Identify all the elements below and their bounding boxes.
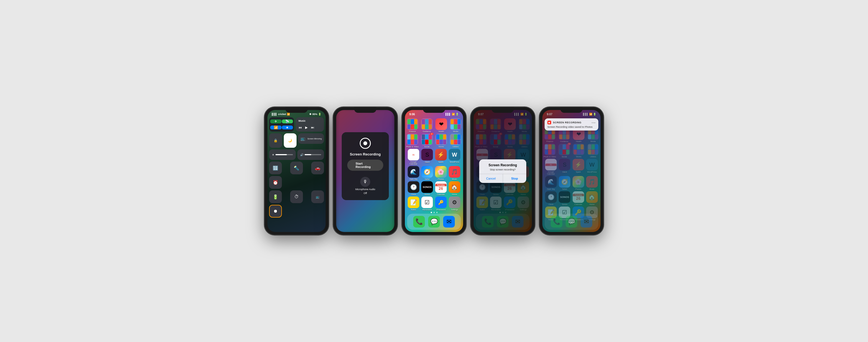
- wifi-btn[interactable]: 📶: [270, 126, 282, 129]
- battery-widget-btn[interactable]: 🔋: [269, 190, 282, 203]
- dialog-message-4: Stop screen recording?: [484, 168, 522, 171]
- settings-label: Settings: [451, 209, 458, 211]
- app-sonos: SONOS Sonos: [421, 181, 433, 195]
- music-player-widget: Music ⏮ ▶ ⏭: [296, 117, 324, 132]
- saf-5: 🧭Safari: [558, 176, 571, 190]
- signal-icon-1: ▌▌▌: [272, 113, 277, 116]
- calculator-btn[interactable]: 🔢: [269, 162, 282, 174]
- folder-photovideo[interactable]: [407, 133, 418, 145]
- safari-label: Safari: [425, 178, 430, 180]
- brightness-slider[interactable]: ☀: [269, 149, 296, 160]
- dialog-cancel-btn[interactable]: Cancel: [479, 174, 503, 183]
- guid-l-5: Guidance: [560, 141, 568, 143]
- folder-social-label: Social: [424, 146, 429, 148]
- screen-recording-notification[interactable]: ⏺ Screen Recording now Screen Recording …: [545, 118, 598, 130]
- carplay-btn[interactable]: 🚗: [311, 162, 324, 174]
- screen-lock-btn[interactable]: 🔒: [269, 133, 282, 148]
- status-left-1: ▌▌▌ cricket 📶: [272, 113, 290, 116]
- dialog-stop-btn[interactable]: Stop: [503, 174, 527, 183]
- phone-5-frame: 9:07 ▌▌▌ 📶 🔋: [539, 107, 603, 235]
- safari-icon[interactable]: 🧭: [421, 166, 433, 178]
- folder-guidance[interactable]: [421, 118, 433, 130]
- home-icon[interactable]: 🏠: [449, 181, 460, 193]
- folder-utilities[interactable]: [450, 133, 461, 145]
- reminders-icon[interactable]: ☑: [421, 196, 433, 208]
- spark-icon[interactable]: ⚡: [435, 149, 447, 160]
- sr-start-button[interactable]: Start Recording: [347, 160, 383, 171]
- brightness-icon: ☀: [272, 153, 274, 156]
- next-btn[interactable]: ⏭: [311, 126, 314, 129]
- stop-recording-dialog: Screen Recording Stop screen recording? …: [479, 159, 526, 183]
- screen-record-btn[interactable]: ⏺: [269, 205, 282, 218]
- clock-icon[interactable]: 🕐: [408, 181, 419, 193]
- music-title: Music: [299, 120, 321, 122]
- screen-mirror-label: Screen Mirroring: [307, 138, 322, 140]
- timer-btn[interactable]: ⏱: [290, 190, 303, 203]
- sp-5: ⚡Spark: [572, 159, 585, 175]
- phone-2: Screen Recording Start Recording 🎙 Micro…: [333, 107, 397, 235]
- airplane-mode-btn[interactable]: ✈: [270, 120, 282, 123]
- calendar-label: Calendar: [437, 193, 444, 195]
- status-right-1: ✱ 95% 🔋: [309, 113, 321, 116]
- page-dots-3: [406, 212, 462, 213]
- 1pw-icon[interactable]: 🔑: [435, 196, 447, 208]
- flashlight-btn[interactable]: 🔦: [290, 162, 303, 174]
- app-gcalendar: 31 Google Calendar: [407, 149, 420, 165]
- phone-3: 9:06 ▌▌▌ 📶 🔋: [402, 107, 466, 235]
- health-label: Health: [438, 130, 444, 132]
- calen-l-5: Calendar: [574, 204, 582, 205]
- settings-icon[interactable]: ⚙: [449, 196, 460, 208]
- sonos-icon[interactable]: SONOS: [421, 181, 433, 193]
- do-not-disturb-btn[interactable]: 🌙: [284, 133, 297, 148]
- app-reminders: ☑ Reminders: [421, 196, 433, 211]
- app-music: 🎵 Music: [448, 166, 461, 180]
- dialog-content-4: Screen Recording Stop screen recording?: [479, 159, 526, 174]
- folder-stores[interactable]: [435, 133, 447, 145]
- dot-2: [433, 212, 435, 213]
- hm-l-5: Home: [589, 204, 595, 205]
- calendar-icon[interactable]: Tuesday 26: [435, 181, 447, 193]
- ut-5: Utilities: [587, 144, 599, 158]
- slack-icon[interactable]: S: [421, 149, 433, 160]
- screen-mirroring-btn[interactable]: 📺 Screen Mirroring: [298, 133, 324, 144]
- music-controls: ⏮ ▶ ⏭: [299, 126, 321, 129]
- photos-icon[interactable]: 🌸: [435, 166, 447, 178]
- folder-finance[interactable]: [407, 118, 418, 130]
- apple-tv-btn[interactable]: 📺: [311, 190, 324, 203]
- phone-2-frame: Screen Recording Start Recording 🎙 Micro…: [333, 107, 397, 235]
- gcal-icon[interactable]: 31: [408, 149, 419, 160]
- app-darksky: 🌊 Dark Sky: [407, 166, 420, 180]
- screen-mirror-icon: 📺: [301, 136, 305, 141]
- cc-row-2: 🔒 🌙 📺 Screen Mirroring: [269, 133, 324, 148]
- dock-phone[interactable]: 📞: [413, 216, 425, 227]
- music-icon[interactable]: 🎵: [449, 166, 460, 178]
- sr-popup-title: Screen Recording: [350, 152, 380, 156]
- app-home: 🏠 Home: [448, 181, 461, 195]
- sr-mic-icon[interactable]: 🎙: [360, 177, 370, 187]
- phone-1-screen: ▌▌▌ cricket 📶 ✱ 95% 🔋 ✈: [268, 110, 326, 232]
- notes-icon[interactable]: 📝: [408, 196, 419, 208]
- folder-social[interactable]: 2: [421, 133, 433, 145]
- pv-i-5: [544, 144, 556, 155]
- dialog-stop-label: Stop: [511, 177, 518, 180]
- sr-mic-label: Microphone Audio: [355, 188, 375, 191]
- health-icon[interactable]: ❤: [435, 118, 447, 130]
- bluetooth-btn[interactable]: ★: [282, 126, 293, 129]
- notif-time-5: now: [591, 121, 596, 124]
- ph-l-5: Photos: [575, 188, 582, 190]
- darksky-icon[interactable]: 🌊: [408, 166, 419, 178]
- dot-3: [436, 212, 438, 213]
- dock-mail[interactable]: ✉: [443, 216, 455, 227]
- volume-slider[interactable]: 🔊: [298, 149, 324, 160]
- wp-icon[interactable]: W: [449, 149, 460, 160]
- pv-5: Photo & Video: [544, 144, 556, 158]
- folder-media[interactable]: [450, 118, 461, 130]
- soc-5: 2 Social: [558, 144, 570, 158]
- sr-start-label: Start Recording: [355, 162, 371, 168]
- sl-5: SSlack: [558, 159, 571, 175]
- prev-btn[interactable]: ⏮: [299, 126, 302, 129]
- play-btn[interactable]: ▶: [305, 126, 308, 129]
- alarm-btn[interactable]: ⏰: [269, 176, 282, 189]
- dock-messages[interactable]: 💬: [428, 216, 440, 227]
- cellular-btn[interactable]: 📡: [282, 120, 293, 123]
